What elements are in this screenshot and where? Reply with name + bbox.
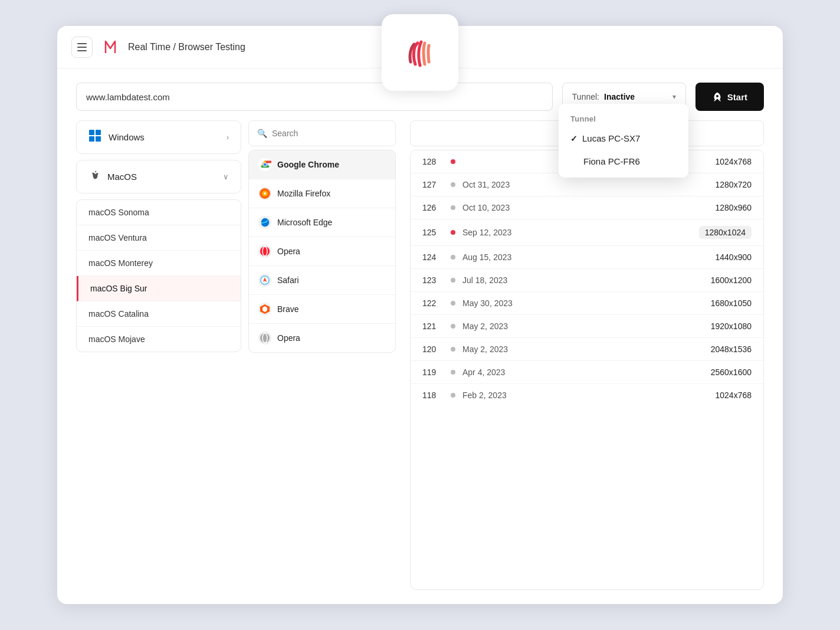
browser-item-brave[interactable]: Brave: [249, 295, 395, 324]
os-panel: Windows › MacOS ∨ macOS Sonoma: [76, 120, 241, 590]
version-date-125: Sep 12, 2023: [462, 228, 692, 237]
start-button[interactable]: Start: [695, 83, 764, 111]
version-num-124: 124: [422, 252, 444, 262]
svg-rect-4: [89, 136, 94, 142]
macos-sonoma[interactable]: macOS Sonoma: [77, 200, 241, 225]
edge-label: Microsoft Edge: [277, 218, 332, 227]
search-icon: 🔍: [257, 129, 267, 138]
svg-rect-3: [96, 130, 101, 135]
macos-chevron-icon: ∨: [223, 172, 229, 181]
version-res-120: 2048x1536: [711, 344, 752, 354]
version-dot-121: [451, 324, 455, 329]
opera-icon: [258, 245, 271, 258]
version-dot-120: [451, 347, 455, 352]
brave-icon: [258, 303, 271, 316]
start-label: Start: [727, 92, 747, 102]
version-res-119: 2560x1600: [711, 368, 752, 377]
version-row-124[interactable]: 124 Aug 15, 2023 1440x900: [411, 246, 763, 269]
opera-label: Opera: [277, 247, 300, 256]
version-row-122[interactable]: 122 May 30, 2023 1680x1050: [411, 292, 763, 315]
browser-item-firefox[interactable]: Mozilla Firefox: [249, 179, 395, 208]
version-num-127: 127: [422, 180, 444, 189]
version-row-120[interactable]: 120 May 2, 2023 2048x1536: [411, 338, 763, 361]
version-num-118: 118: [422, 391, 444, 400]
version-res-128: 1024x768: [715, 157, 752, 166]
tunnel-label: Tunnel:: [572, 92, 599, 101]
version-num-122: 122: [422, 298, 444, 308]
browser-list: Google Chrome Mozilla Firefox Microsoft …: [248, 150, 396, 353]
macos-mojave[interactable]: macOS Mojave: [77, 327, 241, 352]
os-item-macos[interactable]: MacOS ∨: [76, 160, 241, 193]
version-dot-122: [451, 301, 455, 306]
macos-monterey[interactable]: macOS Monterey: [77, 251, 241, 276]
safari-label: Safari: [277, 275, 299, 285]
version-dot-128: [451, 159, 455, 164]
logo-small-icon: [100, 37, 121, 58]
version-res-121: 1920x1080: [711, 321, 752, 331]
tunnel-option-fiona[interactable]: Fiona PC-FR6: [559, 150, 688, 173]
version-num-121: 121: [422, 321, 444, 331]
version-row-123[interactable]: 123 Jul 18, 2023 1600x1200: [411, 269, 763, 292]
macos-ventura[interactable]: macOS Ventura: [77, 225, 241, 251]
version-dot-127: [451, 182, 455, 187]
version-dot-126: [451, 205, 455, 210]
hamburger-icon: [77, 43, 87, 51]
macos-catalina[interactable]: macOS Catalina: [77, 301, 241, 327]
opera2-icon: [258, 332, 271, 344]
version-date-127: Oct 31, 2023: [462, 180, 708, 189]
version-date-122: May 30, 2023: [462, 298, 704, 308]
version-date-124: Aug 15, 2023: [462, 252, 708, 262]
version-row-118[interactable]: 118 Feb 2, 2023 1024x768: [411, 384, 763, 406]
version-row-121[interactable]: 121 May 2, 2023 1920x1080: [411, 315, 763, 338]
browser-item-opera2[interactable]: Opera: [249, 324, 395, 352]
svg-point-12: [264, 192, 266, 195]
version-res-122: 1680x1050: [711, 298, 752, 308]
windows-chevron-icon: ›: [227, 133, 229, 142]
version-row-119[interactable]: 119 Apr 4, 2023 2560x1600: [411, 361, 763, 384]
brave-label: Brave: [277, 304, 299, 314]
tunnel-popup-title: Tunnel: [559, 109, 688, 127]
browser-item-safari[interactable]: Safari: [249, 266, 395, 295]
opera2-label: Opera: [277, 333, 300, 343]
version-res-126: 1280x960: [715, 203, 752, 212]
version-dot-118: [451, 393, 455, 398]
browser-search-input[interactable]: [272, 129, 387, 138]
browser-item-edge[interactable]: Microsoft Edge: [249, 208, 395, 237]
browser-item-opera[interactable]: Opera: [249, 237, 395, 266]
chrome-label: Google Chrome: [277, 160, 339, 169]
version-date-118: Feb 2, 2023: [462, 391, 708, 400]
version-dot-119: [451, 370, 455, 375]
version-dot-125: [451, 230, 455, 235]
svg-rect-5: [96, 136, 101, 142]
version-num-120: 120: [422, 344, 444, 354]
version-row-125[interactable]: 125 Sep 12, 2023 1280x1024: [411, 219, 763, 246]
svg-point-9: [264, 163, 267, 166]
windows-icon: [88, 129, 101, 145]
hamburger-button[interactable]: [71, 37, 93, 58]
os-item-windows[interactable]: Windows ›: [76, 120, 241, 154]
version-res-123: 1600x1200: [711, 275, 752, 285]
version-date-123: Jul 18, 2023: [462, 275, 704, 285]
version-date-120: May 2, 2023: [462, 344, 704, 354]
rocket-icon: [712, 91, 723, 102]
version-num-128: 128: [422, 157, 444, 166]
macos-submenu: macOS Sonoma macOS Ventura macOS Montere…: [76, 199, 241, 352]
chevron-down-icon: ▾: [672, 93, 676, 101]
version-date-126: Oct 10, 2023: [462, 203, 708, 212]
app-logo: [382, 14, 458, 91]
check-icon: ✓: [570, 134, 578, 143]
tunnel-option-fiona-label: Fiona PC-FR6: [583, 156, 640, 166]
main-card: Real Time / Browser Testing Tunnel: Inac…: [57, 26, 783, 604]
edge-icon: [258, 216, 271, 229]
content-area: Windows › MacOS ∨ macOS Sonoma: [57, 120, 783, 604]
version-row-126[interactable]: 126 Oct 10, 2023 1280x960: [411, 196, 763, 219]
browser-item-chrome[interactable]: Google Chrome: [249, 150, 395, 179]
version-date-121: May 2, 2023: [462, 321, 704, 331]
svg-rect-2: [89, 130, 94, 135]
windows-label: Windows: [109, 132, 145, 142]
tunnel-option-lucas[interactable]: ✓ Lucas PC-SX7: [559, 127, 688, 150]
version-num-125: 125: [422, 228, 444, 237]
version-res-124: 1440x900: [715, 252, 752, 262]
url-input[interactable]: [76, 83, 553, 111]
macos-big-sur[interactable]: macOS Big Sur: [77, 276, 241, 301]
